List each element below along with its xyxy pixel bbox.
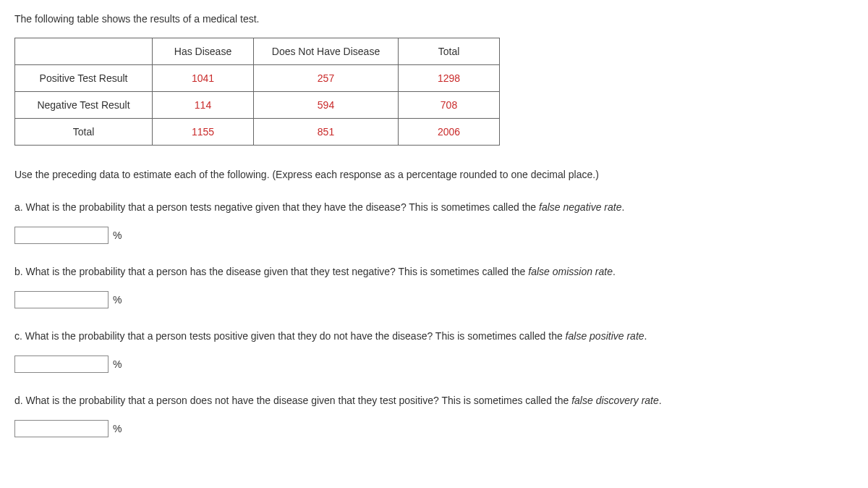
answer-row-b: % bbox=[14, 291, 854, 308]
table-header-no-disease: Does Not Have Disease bbox=[254, 38, 399, 65]
unit-label: % bbox=[113, 358, 122, 370]
answer-row-d: % bbox=[14, 420, 854, 437]
question-c-suffix: . bbox=[644, 330, 647, 342]
unit-label: % bbox=[113, 294, 122, 306]
unit-label: % bbox=[113, 230, 122, 241]
question-a-text: a. What is the probability that a person… bbox=[14, 201, 539, 213]
table-row: Negative Test Result 114 594 708 bbox=[15, 92, 500, 119]
cell-value: 2006 bbox=[399, 119, 500, 146]
table-header-row: Has Disease Does Not Have Disease Total bbox=[15, 38, 500, 65]
results-table: Has Disease Does Not Have Disease Total … bbox=[14, 38, 500, 146]
question-d-text: d. What is the probability that a person… bbox=[14, 395, 571, 406]
cell-value: 1298 bbox=[399, 65, 500, 92]
cell-value: 257 bbox=[254, 65, 399, 92]
instructions-text: Use the preceding data to estimate each … bbox=[14, 167, 854, 182]
answer-input-a[interactable] bbox=[14, 227, 109, 244]
question-d-term: false discovery rate bbox=[571, 395, 659, 406]
question-b-suffix: . bbox=[613, 266, 616, 277]
question-d-suffix: . bbox=[659, 395, 662, 406]
row-label-positive: Positive Test Result bbox=[15, 65, 153, 92]
question-c-text: c. What is the probability that a person… bbox=[14, 330, 566, 342]
question-a-suffix: . bbox=[621, 201, 624, 213]
question-b-term: false omission rate bbox=[528, 266, 613, 277]
answer-row-c: % bbox=[14, 356, 854, 373]
question-d: d. What is the probability that a person… bbox=[14, 393, 854, 408]
answer-input-c[interactable] bbox=[14, 356, 109, 373]
table-header-has-disease: Has Disease bbox=[153, 38, 254, 65]
intro-text: The following table shows the results of… bbox=[14, 13, 854, 25]
answer-row-a: % bbox=[14, 227, 854, 244]
answer-input-b[interactable] bbox=[14, 291, 109, 308]
question-c-term: false positive rate bbox=[566, 330, 644, 342]
question-b-text: b. What is the probability that a person… bbox=[14, 266, 528, 277]
table-row: Positive Test Result 1041 257 1298 bbox=[15, 65, 500, 92]
row-label-total: Total bbox=[15, 119, 153, 146]
table-header-total: Total bbox=[399, 38, 500, 65]
question-b: b. What is the probability that a person… bbox=[14, 264, 854, 279]
question-c: c. What is the probability that a person… bbox=[14, 329, 854, 344]
cell-value: 851 bbox=[254, 119, 399, 146]
question-a-term: false negative rate bbox=[539, 201, 621, 213]
unit-label: % bbox=[113, 423, 122, 434]
cell-value: 1155 bbox=[153, 119, 254, 146]
question-a: a. What is the probability that a person… bbox=[14, 200, 854, 215]
row-label-negative: Negative Test Result bbox=[15, 92, 153, 119]
cell-value: 594 bbox=[254, 92, 399, 119]
table-header-blank bbox=[15, 38, 153, 65]
cell-value: 114 bbox=[153, 92, 254, 119]
cell-value: 1041 bbox=[153, 65, 254, 92]
cell-value: 708 bbox=[399, 92, 500, 119]
answer-input-d[interactable] bbox=[14, 420, 109, 437]
table-row: Total 1155 851 2006 bbox=[15, 119, 500, 146]
